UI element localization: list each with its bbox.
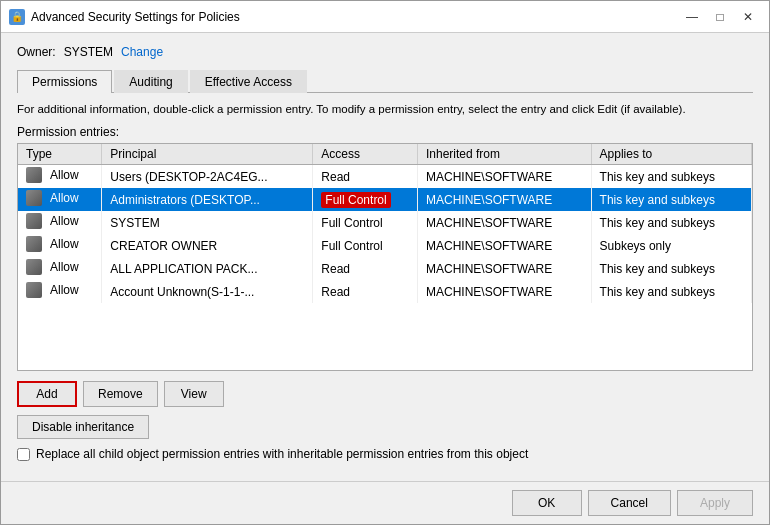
titlebar: Advanced Security Settings for Policies … [1,1,769,33]
cell-type: Allow [18,257,102,280]
titlebar-controls: — □ ✕ [679,7,761,27]
cell-access: Read [313,165,418,189]
col-inherited-from: Inherited from [418,144,592,165]
cell-type: Allow [18,280,102,303]
content-area: Owner: SYSTEM Change Permissions Auditin… [1,33,769,481]
cell-inherited-from: MACHINE\SOFTWARE [418,188,592,211]
cell-access: Read [313,280,418,303]
cell-access: Full Control [313,188,418,211]
table-header-row: Type Principal Access Inherited from App… [18,144,752,165]
col-type: Type [18,144,102,165]
col-principal: Principal [102,144,313,165]
cell-type: Allow [18,165,102,189]
cell-type: Allow [18,188,102,211]
disable-inheritance-row: Disable inheritance [17,415,753,447]
table-row[interactable]: AllowAdministrators (DESKTOP...Full Cont… [18,188,752,211]
permission-table-container[interactable]: Type Principal Access Inherited from App… [17,143,753,371]
owner-label: Owner: [17,45,56,59]
titlebar-left: Advanced Security Settings for Policies [9,9,240,25]
window-title: Advanced Security Settings for Policies [31,10,240,24]
table-row[interactable]: AllowSYSTEMFull ControlMACHINE\SOFTWARET… [18,211,752,234]
table-row[interactable]: AllowCREATOR OWNERFull ControlMACHINE\SO… [18,234,752,257]
ok-button[interactable]: OK [512,490,582,516]
maximize-button[interactable]: □ [707,7,733,27]
cell-principal: Users (DESKTOP-2AC4EG... [102,165,313,189]
disable-inheritance-button[interactable]: Disable inheritance [17,415,149,439]
footer: OK Cancel Apply [1,481,769,524]
cell-type: Allow [18,211,102,234]
add-button[interactable]: Add [17,381,77,407]
change-owner-link[interactable]: Change [121,45,163,59]
cell-applies-to: This key and subkeys [591,165,751,189]
tabs-container: Permissions Auditing Effective Access [17,69,753,93]
owner-value: SYSTEM [64,45,113,59]
view-button[interactable]: View [164,381,224,407]
cell-inherited-from: MACHINE\SOFTWARE [418,280,592,303]
table-row[interactable]: AllowAccount Unknown(S-1-1-...ReadMACHIN… [18,280,752,303]
cell-applies-to: This key and subkeys [591,257,751,280]
tab-effective-access[interactable]: Effective Access [190,70,307,93]
apply-button[interactable]: Apply [677,490,753,516]
cell-inherited-from: MACHINE\SOFTWARE [418,211,592,234]
cell-inherited-from: MACHINE\SOFTWARE [418,234,592,257]
cell-applies-to: This key and subkeys [591,280,751,303]
replace-permissions-row: Replace all child object permission entr… [17,447,753,461]
cell-principal: ALL APPLICATION PACK... [102,257,313,280]
replace-permissions-checkbox[interactable] [17,448,30,461]
window-icon [9,9,25,25]
cell-principal: SYSTEM [102,211,313,234]
tab-permissions[interactable]: Permissions [17,70,112,93]
owner-row: Owner: SYSTEM Change [17,45,753,59]
cell-principal: Account Unknown(S-1-1-... [102,280,313,303]
permission-table: Type Principal Access Inherited from App… [18,144,752,303]
cell-inherited-from: MACHINE\SOFTWARE [418,165,592,189]
cell-applies-to: This key and subkeys [591,211,751,234]
cell-access: Full Control [313,234,418,257]
table-row[interactable]: AllowUsers (DESKTOP-2AC4EG...ReadMACHINE… [18,165,752,189]
tab-auditing[interactable]: Auditing [114,70,187,93]
section-label: Permission entries: [17,125,753,139]
cell-access: Full Control [313,211,418,234]
col-applies-to: Applies to [591,144,751,165]
minimize-button[interactable]: — [679,7,705,27]
cell-principal: CREATOR OWNER [102,234,313,257]
cell-applies-to: This key and subkeys [591,188,751,211]
cell-inherited-from: MACHINE\SOFTWARE [418,257,592,280]
cell-principal: Administrators (DESKTOP... [102,188,313,211]
cell-applies-to: Subkeys only [591,234,751,257]
info-text: For additional information, double-click… [17,101,753,117]
action-buttons-row: Add Remove View [17,381,753,407]
col-access: Access [313,144,418,165]
replace-permissions-label: Replace all child object permission entr… [36,447,528,461]
close-button[interactable]: ✕ [735,7,761,27]
table-row[interactable]: AllowALL APPLICATION PACK...ReadMACHINE\… [18,257,752,280]
main-window: Advanced Security Settings for Policies … [0,0,770,525]
cell-access: Read [313,257,418,280]
cell-type: Allow [18,234,102,257]
cancel-button[interactable]: Cancel [588,490,671,516]
remove-button[interactable]: Remove [83,381,158,407]
